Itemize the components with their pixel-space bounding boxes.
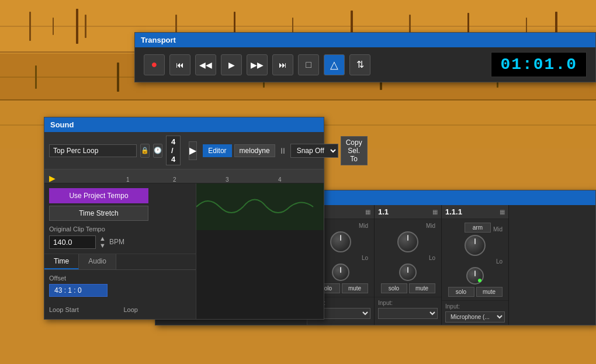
- loop-button[interactable]: □: [298, 54, 319, 75]
- editor-button[interactable]: Editor: [203, 144, 231, 157]
- sound-titlebar: Sound: [44, 117, 324, 132]
- bpm-label: BPM: [109, 238, 124, 246]
- channel-strip-1-1-1: 1.1.1 ▦ arm Mid Lo solo mute: [442, 205, 509, 325]
- input-label: Input:: [445, 303, 505, 310]
- solo-mute-row: solo mute: [448, 287, 503, 297]
- svg-rect-2: [53, 18, 54, 35]
- tab-audio[interactable]: Audio: [79, 254, 116, 269]
- metronome-button[interactable]: △: [324, 54, 345, 75]
- loop-col: Loop: [124, 306, 192, 314]
- knob-lo[interactable]: [332, 264, 349, 281]
- snap-select[interactable]: Snap Off: [290, 144, 338, 158]
- channels-area: 1 ▦ Mid Lo solo mute: [307, 205, 595, 325]
- tempo-panel: Use Project Tempo Time Stretch Original …: [44, 183, 196, 319]
- lo-label: Lo: [362, 255, 368, 261]
- channel-header: 1.1.1 ▦: [442, 205, 508, 219]
- channel-content: Mid Lo solo mute: [375, 219, 441, 297]
- solo-button[interactable]: solo: [381, 283, 407, 293]
- rewind-start-button[interactable]: ⏮: [169, 54, 190, 75]
- transport-title: Transport: [141, 36, 176, 44]
- ruler-mark-3: 3: [226, 176, 229, 183]
- svg-rect-1: [29, 12, 31, 41]
- copy-sel-button[interactable]: Copy Sel. To: [341, 136, 368, 165]
- transport-titlebar: Transport: [135, 33, 595, 47]
- knob-lo[interactable]: [466, 267, 484, 285]
- offset-input[interactable]: [49, 284, 108, 297]
- tempo-value-input[interactable]: [49, 235, 96, 249]
- transport-time-display: 01:01.0: [491, 52, 587, 77]
- knob-lo[interactable]: [399, 264, 417, 281]
- tempo-input-row: ▲▼ BPM: [49, 235, 191, 249]
- svg-rect-4: [85, 15, 86, 38]
- svg-rect-20: [196, 183, 324, 230]
- lock-icon[interactable]: 🔒: [140, 144, 150, 158]
- tempo-section: Use Project Tempo Time Stretch Original …: [44, 183, 196, 254]
- ruler-mark-1: 1: [126, 176, 130, 183]
- arm-button[interactable]: arm: [465, 223, 491, 233]
- time-stretch-button[interactable]: Time Stretch: [49, 206, 148, 221]
- play-button[interactable]: ▶: [221, 54, 242, 75]
- pause-icon: ⏸: [278, 146, 288, 155]
- grid-icon: ▦: [365, 209, 370, 215]
- sound-window: Sound 🔒 🕐 4 / 4 ▶ Editor melodyne ⏸ Snap…: [44, 117, 324, 320]
- mute-button[interactable]: mute: [342, 283, 368, 293]
- offset-label: Offset: [49, 275, 191, 282]
- input-select[interactable]: [378, 308, 438, 319]
- input-select[interactable]: Microphone (...: [445, 311, 505, 323]
- channel-header: 1.1 ▦: [375, 205, 441, 219]
- sound-header: 🔒 🕐 4 / 4 ▶ Editor melodyne ⏸ Snap Off C…: [44, 132, 324, 169]
- time-signature: 4 / 4: [166, 136, 181, 165]
- rewind-button[interactable]: ◀◀: [195, 54, 216, 75]
- original-clip-tempo-label: Original Clip Tempo: [49, 226, 191, 233]
- melodyne-button[interactable]: melodyne: [234, 144, 275, 157]
- record-button[interactable]: ●: [144, 54, 165, 75]
- waveform-display: [196, 183, 324, 319]
- grid-icon: ▦: [500, 209, 505, 215]
- ruler-mark-2: 2: [173, 176, 176, 183]
- loop-start-label: Loop Start: [49, 306, 117, 313]
- mid-label: Mid: [359, 223, 368, 229]
- input-label: Input:: [378, 300, 438, 306]
- playhead-marker: ▶: [49, 174, 56, 183]
- sound-tabs: Time Audio: [44, 254, 196, 270]
- lo-label: Lo: [429, 255, 435, 261]
- svg-rect-3: [76, 9, 78, 44]
- channel-number: 1.1: [378, 207, 389, 216]
- transport-window: Transport ● ⏮ ◀◀ ▶ ▶▶ ⏭ □ △ ⇅ 01:01.0: [134, 32, 596, 82]
- svg-rect-14: [35, 65, 37, 89]
- input-section: Input: Microphone (...: [442, 300, 508, 325]
- loop-start-col: Loop Start: [49, 306, 117, 314]
- mute-button[interactable]: mute: [409, 283, 435, 293]
- channel-content: arm Mid Lo solo mute: [442, 219, 508, 300]
- mid-label: Mid: [426, 223, 435, 229]
- loop-section: Loop Start Loop: [44, 301, 196, 319]
- solo-button[interactable]: solo: [448, 287, 474, 297]
- preview-play-button[interactable]: ▶: [189, 141, 197, 160]
- ruler-mark-4: 4: [278, 176, 282, 183]
- use-project-tempo-button[interactable]: Use Project Tempo: [49, 188, 148, 203]
- svg-rect-15: [117, 63, 119, 92]
- grid-icon: ▦: [432, 209, 438, 215]
- offset-section: Offset: [44, 270, 196, 301]
- knob-mid[interactable]: [397, 231, 418, 252]
- mute-button[interactable]: mute: [476, 287, 503, 297]
- sound-title: Sound: [50, 120, 74, 129]
- knob-mid[interactable]: [465, 235, 486, 256]
- input-section: Input:: [375, 297, 441, 321]
- lo-label: Lo: [496, 258, 503, 265]
- channel-strip-1-1: 1.1 ▦ Mid Lo solo mute: [375, 205, 442, 325]
- sync-button[interactable]: ⇅: [349, 54, 370, 75]
- loop-label: Loop: [124, 306, 192, 313]
- tab-time[interactable]: Time: [44, 254, 79, 269]
- clock-icon[interactable]: 🕐: [153, 144, 162, 158]
- mid-label: Mid: [493, 226, 503, 233]
- ruler: ▶ 1 2 3 4: [44, 169, 324, 183]
- fast-forward-button[interactable]: ▶▶: [247, 54, 268, 75]
- sound-body: Use Project Tempo Time Stretch Original …: [44, 183, 324, 319]
- clip-name-input[interactable]: [49, 144, 137, 157]
- knob-mid[interactable]: [330, 231, 351, 252]
- forward-end-button[interactable]: ⏭: [272, 54, 293, 75]
- transport-controls: ● ⏮ ◀◀ ▶ ▶▶ ⏭ □ △ ⇅ 01:01.0: [135, 47, 595, 82]
- channel-number: 1.1.1: [445, 207, 462, 216]
- solo-mute-row: solo mute: [381, 283, 435, 293]
